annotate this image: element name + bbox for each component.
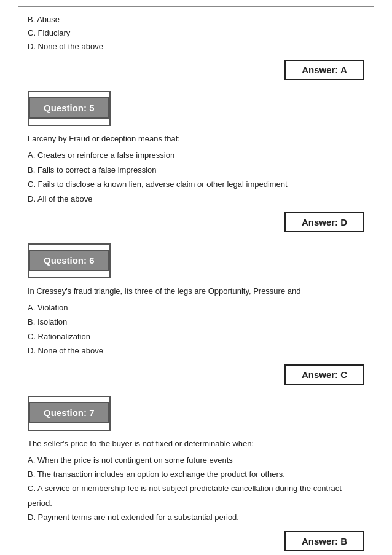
q7-option-a: A. When the price is not contingent on s… [28, 453, 364, 467]
q6-option-d: D. None of the above [28, 344, 364, 358]
answer-box-a: Answer: A [28, 60, 364, 80]
prev-option-d: D. None of the above [28, 40, 364, 53]
prev-option-c: C. Fiduciary [28, 26, 364, 40]
answer-a-label: Answer: A [284, 60, 364, 80]
top-divider [18, 6, 374, 7]
q7-intro: The seller's price to the buyer is not f… [28, 437, 364, 451]
question-5-box: Question: 5 [29, 97, 109, 119]
q6-options: A. Violation B. Isolation C. Rationaliza… [28, 301, 364, 358]
answer-box-b: Answer: B [28, 531, 364, 551]
answer-c-label: Answer: C [284, 364, 364, 385]
q5-options: A. Creates or reinforce a false impressi… [28, 148, 364, 206]
answer-b-label: Answer: B [284, 531, 364, 551]
answer-box-c: Answer: C [28, 364, 364, 385]
question-6-box: Question: 6 [29, 250, 109, 271]
q6-option-a: A. Violation [28, 301, 364, 315]
answer-box-d: Answer: D [28, 212, 364, 232]
q7-option-d: D. Payment terms are not extended for a … [28, 510, 364, 524]
q5-option-d: D. All of the above [28, 192, 364, 206]
question-7-box: Question: 7 [29, 402, 109, 423]
q6-option-b: B. Isolation [28, 315, 364, 329]
question-5-wrapper: Question: 5 [28, 91, 111, 126]
q6-intro: In Cressey's fraud triangle, its three o… [28, 285, 364, 298]
question-7-wrapper: Question: 7 [28, 396, 111, 431]
q7-options: A. When the price is not contingent on s… [28, 453, 364, 525]
q6-option-c: C. Rationalization [28, 329, 364, 344]
q5-option-a: A. Creates or reinforce a false impressi… [28, 148, 364, 162]
prev-options: B. Abuse C. Fiduciary D. None of the abo… [28, 13, 364, 53]
q5-intro: Larceny by Fraud or deception means that… [28, 132, 364, 146]
q7-option-c: C. A service or membership fee is not su… [28, 481, 364, 510]
answer-d-label: Answer: D [284, 212, 364, 232]
q7-option-b: B. The transaction includes an option to… [28, 467, 364, 481]
prev-option-b: B. Abuse [28, 13, 364, 26]
question-6-wrapper: Question: 6 [28, 243, 111, 278]
q5-option-b: B. Fails to correct a false impression [28, 163, 364, 177]
q5-option-c: C. Fails to disclose a known lien, adver… [28, 177, 364, 191]
